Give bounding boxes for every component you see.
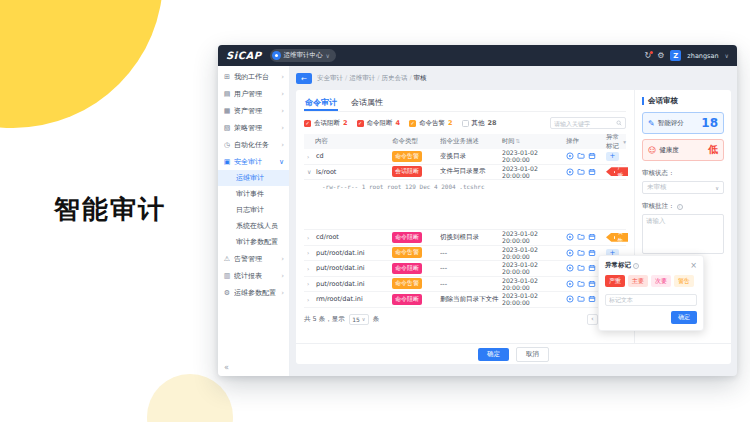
folder-icon[interactable] [577,233,585,241]
workspace-switcher[interactable]: 运维审计中心 ∨ [270,49,336,62]
command-type-badge: 命令告警 [392,278,422,289]
breadcrumb-item[interactable]: 历史会话 [381,74,407,82]
severity-tag[interactable]: 警告 [674,275,694,287]
sidebar-item-automation-tasks[interactable]: ◷ 自动化任务 › [218,136,289,153]
chevron-icon: › [281,272,284,280]
expand-caret-icon[interactable]: ∨ [307,168,313,175]
title-accent-bar [642,97,644,105]
sidebar-subitem-online-users[interactable]: 系统在线人员 [218,218,289,234]
table-row[interactable]: ›rm/root/dat.ini 命令阻断 删除当前目录下文件 2023-01-… [304,292,626,308]
sort-icon[interactable]: ⇅ [515,138,520,144]
folder-icon[interactable] [577,280,585,288]
play-circle-icon[interactable] [566,295,574,303]
col-header: 内容 [304,137,392,146]
refresh-icon[interactable]: ↻ [644,52,651,60]
expand-caret-icon[interactable]: › [307,296,313,303]
tab-session-props[interactable]: 会话属性 [350,95,384,111]
anomaly-tag[interactable]: 严重 [606,167,628,176]
folder-icon[interactable] [577,249,585,257]
sidebar-item-security-audit[interactable]: ▣ 安全审计 ∨ [218,153,289,170]
checkbox-icon[interactable]: ✓ [357,120,364,127]
user-chevron-icon[interactable]: ∨ [725,52,729,59]
severity-tag[interactable]: 严重 [605,275,625,287]
play-circle-icon[interactable] [566,152,574,160]
severity-tag[interactable]: 主要 [628,275,648,287]
sidebar-item-my-workbench[interactable]: ⊞ 我的工作台 › [218,68,289,85]
page-size-select[interactable]: 15 ∨ [349,314,369,325]
table-row[interactable]: ›put/root/dat.ini 命令告警 --- 2023-01-02 20… [304,246,626,262]
table-row[interactable]: ∨ls/root 会话阻断 文件与目录显示 2023-01-02 20:00:0… [304,165,626,181]
sidebar-item-policy-mgmt[interactable]: ▧ 策略管理 › [218,119,289,136]
folder-icon[interactable] [577,264,585,272]
calendar-icon[interactable] [588,233,596,241]
severity-tag[interactable]: 次要 [651,275,671,287]
expand-caret-icon[interactable]: › [307,234,313,241]
folder-icon[interactable] [577,168,585,176]
health-card[interactable]: ☺ 健康度 低 [642,139,724,161]
table-row[interactable]: ›put/root/dat.ini 命令阻断 --- 2023-01-02 20… [304,261,626,277]
sidebar-item-user-mgmt[interactable]: ▤ 用户管理 › [218,85,289,102]
filter-row: ✓ 会话阻断 2✓ 命令阻断 4✓ 命令告警 2 其他 28 [304,117,626,129]
expand-caret-icon[interactable]: › [307,249,313,256]
mark-text-input[interactable] [605,294,697,306]
sidebar-item-ops-param-config[interactable]: ⚙ 运维参数配置 › [218,284,289,301]
breadcrumb-item[interactable]: 运维审计 [349,74,375,82]
smart-score-card[interactable]: ✎ 智能评分 18 [642,112,724,134]
sort-icon[interactable]: ▾ [623,139,626,145]
sidebar-collapse-icon[interactable]: « [224,363,229,372]
calendar-icon[interactable] [588,152,596,160]
calendar-icon[interactable] [588,280,596,288]
sidebar-item-asset-mgmt[interactable]: ▦ 资产管理 › [218,102,289,119]
sidebar-item-statistics-report[interactable]: ▥ 统计报表 › [218,267,289,284]
calendar-icon[interactable] [588,264,596,272]
cancel-button[interactable]: 取消 [516,347,549,362]
close-icon[interactable]: × [690,262,697,270]
gear-icon[interactable]: ⚙ [657,52,664,60]
popup-confirm-button[interactable]: 确定 [671,311,697,324]
folder-icon[interactable] [577,295,585,303]
expand-caret-icon[interactable]: › [307,280,313,287]
table-row[interactable]: ›cd/root 命令阻断 切换到根目录 2023-01-02 20:00:00… [304,230,626,246]
pencil-icon: ✎ [648,119,655,128]
calendar-icon[interactable] [588,249,596,257]
command-type-badge: 命令告警 [392,151,422,162]
breadcrumb-item[interactable]: 安全审计 [317,74,343,82]
filter-checkbox-2[interactable]: ✓ 命令告警 2 [409,119,453,128]
sidebar-subitem-ops-audit[interactable]: 运维审计 [218,170,289,186]
anomaly-tag[interactable]: 警告 [606,233,628,242]
avatar[interactable]: Z [670,50,681,61]
filter-checkbox-3[interactable]: 其他 28 [462,119,497,128]
sidebar-subitem-audit-param-config[interactable]: 审计参数配置 [218,234,289,250]
folder-icon[interactable] [577,152,585,160]
play-circle-icon[interactable] [566,249,574,257]
expand-caret-icon[interactable]: › [307,153,313,160]
tab-command-audit[interactable]: 命令审计 [304,95,338,111]
unit-text: 条 [373,315,380,324]
sidebar-item-alarm-mgmt[interactable]: ⚠ 告警管理 › [218,250,289,267]
checkbox-icon[interactable]: ✓ [304,120,311,127]
review-note-textarea[interactable] [642,214,724,254]
checkbox-icon[interactable]: ✓ [409,120,416,127]
prev-page-button[interactable]: ‹ [587,314,598,325]
filter-checkbox-0[interactable]: ✓ 会话阻断 2 [304,119,348,128]
table-row[interactable]: ›cd 命令告警 变换目录 2023-01-02 20:00:00 + [304,149,626,165]
play-circle-icon[interactable] [566,280,574,288]
confirm-button[interactable]: 确定 [478,348,509,361]
search-input[interactable] [554,120,616,127]
app-logo: SiCAP [226,50,262,61]
calendar-icon[interactable] [588,295,596,303]
add-mark-button[interactable]: + [606,152,619,161]
sidebar-subitem-audit-events[interactable]: 审计事件 [218,186,289,202]
checkbox-icon[interactable] [462,120,469,127]
expand-caret-icon[interactable]: › [307,265,313,272]
keyword-search[interactable] [550,117,626,129]
sidebar-subitem-log-audit[interactable]: 日志审计 [218,202,289,218]
play-circle-icon[interactable] [566,168,574,176]
back-button[interactable]: ← [296,73,312,84]
play-circle-icon[interactable] [566,233,574,241]
table-row[interactable]: ›put/root/dat.ini 命令告警 --- 2023-01-02 20… [304,277,626,293]
review-status-select[interactable]: 未审核 ∨ [642,181,724,194]
filter-checkbox-1[interactable]: ✓ 命令阻断 4 [357,119,401,128]
play-circle-icon[interactable] [566,264,574,272]
calendar-icon[interactable] [588,168,596,176]
